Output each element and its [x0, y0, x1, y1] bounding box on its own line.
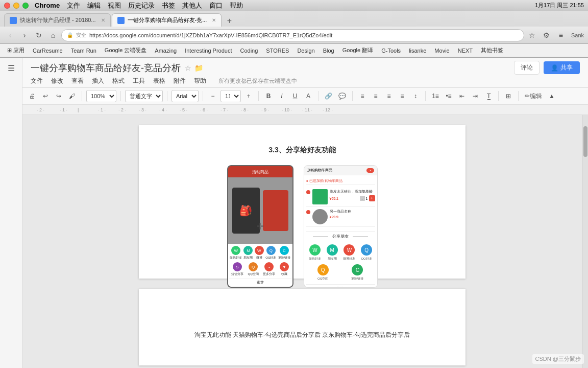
justify-button[interactable]: ≡ [397, 90, 408, 102]
doc-menu-addons[interactable]: 附件 [174, 77, 186, 85]
zoom-select[interactable]: 100% [86, 90, 116, 102]
bookmark-gdrive[interactable]: Google 云端硬盘 [102, 45, 150, 55]
tab-1-close[interactable]: ✕ [101, 17, 105, 23]
bookmark-lisanke[interactable]: lisanke [406, 47, 429, 55]
clear-format-button[interactable]: T̲ [483, 90, 494, 102]
account-name[interactable]: Sank [571, 32, 584, 38]
link-button[interactable]: 🔗 [323, 90, 334, 102]
menu-button[interactable]: ≡ [555, 30, 567, 41]
bookmark-design[interactable]: Design [294, 47, 317, 55]
new-tab-button[interactable]: + [223, 15, 236, 27]
bookmark-gtools[interactable]: G-Tools [378, 47, 404, 55]
numbered-list-button[interactable]: 1≡ [430, 90, 441, 102]
line-spacing-button[interactable]: ↕ [410, 90, 421, 102]
share-button[interactable]: 👤 共享 [544, 61, 580, 74]
mac-menu-other[interactable]: 其他人 [182, 1, 202, 10]
mac-menu-window[interactable]: 窗口 [209, 1, 223, 10]
tab-2[interactable]: 一键分享购物车商品给好友-竞... ✕ [112, 13, 222, 27]
bookmark-next[interactable]: NEXT [455, 47, 476, 55]
tab-1[interactable]: 快速转行做产品经理 - 20180... ✕ [4, 13, 111, 27]
address-bar[interactable]: 🔒 安全 https://docs.google.com/document/d/… [61, 29, 524, 41]
style-select[interactable]: 普通文字 [125, 90, 163, 102]
doc-menu-edit[interactable]: 修改 [51, 77, 63, 85]
doc-menu-tools[interactable]: 工具 [133, 77, 145, 85]
share-wechat-circle: W [309, 244, 321, 256]
home-button[interactable]: ⌂ [47, 30, 59, 41]
bookmark-teamrun[interactable]: Team Run [68, 47, 100, 55]
undo-button[interactable]: ↩ [40, 90, 51, 102]
bookmark-caresume[interactable]: CarResume [30, 47, 66, 55]
address-text[interactable]: https://docs.google.com/document/d/1jXZD… [89, 32, 519, 38]
mac-menu-help[interactable]: 帮助 [230, 1, 243, 10]
mac-menu-view[interactable]: 视图 [108, 1, 121, 10]
mac-menu-bookmarks[interactable]: 书签 [162, 1, 175, 10]
bookmark-interesting[interactable]: Interesting Product [182, 47, 235, 55]
bookmarks-bar: ⊞ 应用 CarResume Team Run Google 云端硬盘 Amaz… [0, 44, 588, 57]
paint-format-button[interactable]: 🖌 [66, 90, 78, 102]
bookmark-other[interactable]: 其他书签 [478, 45, 506, 55]
edit-mode-button[interactable]: ✏ 编辑 [523, 90, 544, 102]
bookmark-apps-label: 应用 [13, 47, 24, 54]
tab-2-close[interactable]: ✕ [212, 17, 216, 23]
bookmark-stores[interactable]: STORES [263, 47, 292, 55]
copy-icon-inner: C [356, 267, 359, 273]
minimize-button[interactable] [13, 3, 19, 9]
bookmark-apps[interactable]: ⊞ 应用 [4, 45, 28, 55]
mac-menu-file[interactable]: 文件 [67, 1, 80, 10]
italic-button[interactable]: I [276, 90, 287, 102]
bookmark-blog[interactable]: Blog [320, 47, 337, 55]
font-size-increase[interactable]: + [243, 90, 254, 102]
phone2-header: 加购购物车商品 × [304, 166, 377, 175]
wechat-label: 微信好友 [230, 256, 242, 260]
cancel-button[interactable]: 取消 [306, 284, 375, 288]
bookmark-coding[interactable]: Coding [237, 47, 261, 55]
traffic-lights[interactable] [4, 3, 29, 9]
table-button[interactable]: ⊞ [503, 90, 514, 102]
print-button[interactable]: 🖨 [27, 90, 38, 102]
share-qq-item: Q QQ好友 [361, 244, 372, 261]
mac-menu-history[interactable]: 历史记录 [128, 1, 155, 10]
collapse-button[interactable]: ▲ [546, 90, 557, 102]
bookmark-movie[interactable]: Movie [431, 47, 452, 55]
forward-button[interactable]: › [18, 30, 31, 41]
scrollbar-thumb[interactable] [583, 126, 587, 157]
align-right-button[interactable]: ≡ [383, 90, 395, 102]
doc-menu-help[interactable]: 帮助 [194, 77, 206, 85]
redo-button[interactable]: ↪ [53, 90, 64, 102]
comment-inline-button[interactable]: 💬 [336, 90, 348, 102]
sidebar-menu-icon[interactable]: ☰ [5, 62, 17, 74]
doc-menu-file[interactable]: 文件 [31, 77, 43, 85]
font-color-button[interactable]: A [303, 90, 314, 102]
close-button[interactable] [4, 3, 10, 9]
star-icon[interactable]: ☆ [185, 64, 191, 72]
doc-menu-insert[interactable]: 插入 [92, 77, 104, 85]
doc-menu-table[interactable]: 表格 [153, 77, 165, 85]
product-price: ¥65.1 [330, 197, 339, 200]
underline-button[interactable]: U [289, 90, 301, 102]
font-size-decrease[interactable]: − [207, 90, 218, 102]
folder-icon[interactable]: 📁 [194, 64, 203, 72]
bold-button[interactable]: B [263, 90, 274, 102]
bookmark-star-button[interactable]: ☆ [526, 30, 538, 41]
scrollbar[interactable] [582, 115, 588, 368]
maximize-button[interactable] [22, 3, 29, 9]
align-center-button[interactable]: ≡ [370, 90, 381, 102]
doc-menu-view[interactable]: 查看 [71, 77, 84, 85]
indent-decrease-button[interactable]: ⇤ [456, 90, 468, 102]
back-button[interactable]: ‹ [4, 30, 16, 41]
indent-increase-button[interactable]: ⇥ [470, 90, 481, 102]
reload-button[interactable]: ↻ [33, 30, 45, 41]
align-left-button[interactable]: ≡ [357, 90, 368, 102]
bookmark-amazing[interactable]: Amazing [152, 47, 180, 55]
comment-button[interactable]: 评论 [514, 61, 540, 75]
bookmark-stores-label: STORES [266, 48, 289, 54]
mac-menu-edit[interactable]: 编辑 [87, 1, 101, 10]
bullet-list-button[interactable]: •≡ [443, 90, 454, 102]
doc-menu-format[interactable]: 格式 [112, 77, 125, 85]
font-select[interactable]: Arial [172, 90, 199, 102]
font-size-select[interactable]: 11 [220, 90, 241, 102]
doc-title[interactable]: 一键分享购物车商品给好友-竞品分析 [31, 62, 181, 74]
doc-body[interactable]: 3.3、分享给好友功能 ✛ 活动商品 [22, 115, 582, 368]
extensions-button[interactable]: ⚙ [541, 30, 553, 41]
bookmark-gtranslate[interactable]: Google 翻译 [339, 45, 377, 55]
